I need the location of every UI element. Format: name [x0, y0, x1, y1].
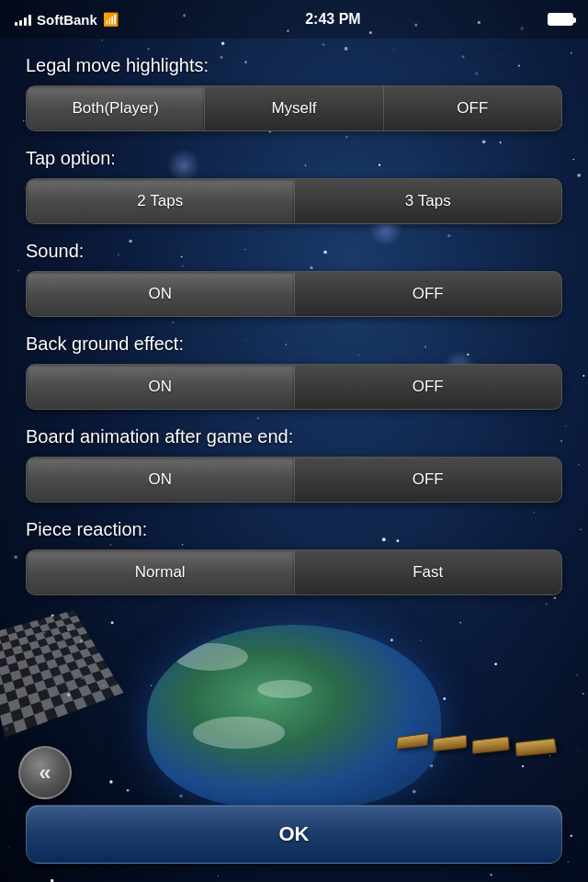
- sound-label: Sound:: [26, 241, 562, 262]
- section-background-effect: Back ground effect: ON OFF: [26, 334, 562, 410]
- section-board-animation: Board animation after game end: ON OFF: [26, 426, 562, 503]
- signal-bar-4: [28, 15, 31, 26]
- section-tap-option: Tap option: 2 Taps 3 Taps: [26, 148, 562, 224]
- block-4: [515, 738, 558, 756]
- signal-bar-2: [19, 20, 22, 26]
- back-chevron-icon: «: [39, 760, 51, 786]
- board-animation-btn-group: ON OFF: [26, 457, 562, 503]
- board-anim-on-button[interactable]: ON: [27, 458, 294, 502]
- section-piece-reaction: Piece reaction: Normal Fast: [26, 519, 562, 595]
- legal-move-btn-group: Both(Player) Myself OFF: [26, 85, 562, 131]
- bg-effect-off-button[interactable]: OFF: [294, 365, 562, 409]
- section-legal-move: Legal move highlights: Both(Player) Myse…: [26, 55, 562, 131]
- piece-reaction-label: Piece reaction:: [26, 519, 562, 540]
- tap-option-label: Tap option:: [26, 148, 562, 169]
- main-content: Legal move highlights: Both(Player) Myse…: [0, 39, 588, 595]
- checkerboard-decoration: [0, 610, 123, 737]
- piece-normal-button[interactable]: Normal: [27, 550, 294, 594]
- status-right: [548, 13, 573, 26]
- legal-move-label: Legal move highlights:: [26, 55, 562, 76]
- bg-effect-on-button[interactable]: ON: [27, 365, 294, 409]
- cloud-3: [193, 717, 285, 749]
- sound-btn-group: ON OFF: [26, 271, 562, 317]
- earth-decoration: [147, 625, 441, 808]
- status-left: SoftBank 📶: [15, 12, 119, 28]
- legal-move-myself-button[interactable]: Myself: [204, 86, 382, 130]
- ok-button-container: OK: [26, 805, 562, 864]
- sound-on-button[interactable]: ON: [27, 272, 294, 316]
- tap-2-button[interactable]: 2 Taps: [27, 179, 294, 223]
- ok-button[interactable]: OK: [26, 805, 562, 864]
- section-sound: Sound: ON OFF: [26, 241, 562, 317]
- legal-move-both-button[interactable]: Both(Player): [27, 86, 204, 130]
- wifi-icon: 📶: [103, 12, 119, 27]
- legal-move-off-button[interactable]: OFF: [383, 86, 561, 130]
- battery-icon: [548, 13, 573, 26]
- board-anim-off-button[interactable]: OFF: [294, 458, 562, 502]
- signal-bar-1: [15, 22, 17, 26]
- background-effect-label: Back ground effect:: [26, 334, 562, 355]
- status-bar: SoftBank 📶 2:43 PM: [0, 0, 588, 39]
- back-button[interactable]: «: [18, 746, 72, 799]
- block-2: [433, 735, 468, 752]
- sound-off-button[interactable]: OFF: [294, 272, 562, 316]
- tap-3-button[interactable]: 3 Taps: [294, 179, 562, 223]
- block-3: [472, 736, 510, 753]
- signal-bar-3: [24, 17, 27, 26]
- board-animation-label: Board animation after game end:: [26, 426, 562, 447]
- background-effect-btn-group: ON OFF: [26, 364, 562, 410]
- cloud-1: [175, 643, 248, 671]
- piece-fast-button[interactable]: Fast: [294, 550, 562, 594]
- tap-option-btn-group: 2 Taps 3 Taps: [26, 178, 562, 224]
- carrier-name: SoftBank: [37, 12, 97, 28]
- piece-reaction-btn-group: Normal Fast: [26, 549, 562, 595]
- cloud-2: [257, 680, 312, 698]
- time-display: 2:43 PM: [305, 11, 360, 28]
- signal-bars: [15, 13, 31, 26]
